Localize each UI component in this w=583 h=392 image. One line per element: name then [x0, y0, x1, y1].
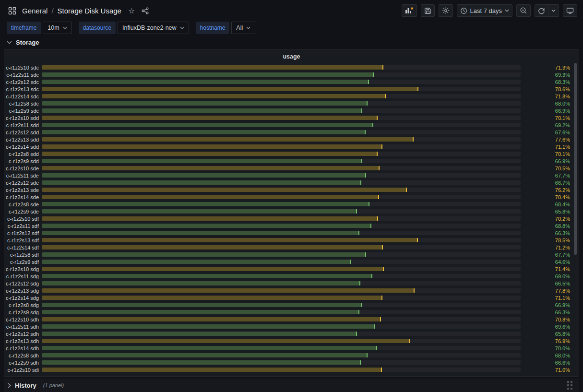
bar-fill[interactable] — [42, 94, 386, 98]
refresh-button[interactable] — [535, 4, 548, 17]
bar-fill[interactable] — [42, 101, 368, 106]
bar-fill[interactable] — [42, 310, 359, 314]
bar-value: 66.3% — [521, 309, 579, 315]
bar-fill[interactable] — [42, 80, 369, 84]
bar-fill[interactable] — [42, 303, 362, 307]
bar-gauge-rows: c-r1z2s10 sdc71.3%c-r1z2s11 sdc69.3%c-r1… — [4, 64, 579, 373]
bar-track — [42, 216, 521, 221]
bar-fill[interactable] — [42, 324, 375, 329]
bar-label: c-r1z2s9 sdd — [4, 158, 42, 164]
bar-fill[interactable] — [42, 173, 366, 178]
bar-value: 70.0% — [521, 345, 579, 351]
bar-value: 77.6% — [521, 137, 579, 143]
row-header-storage[interactable]: Storage — [7, 37, 39, 48]
bar-fill[interactable] — [42, 360, 361, 365]
bar-value: 71.8% — [521, 94, 579, 99]
bar-row: c-r1z2s12 sde66.7% — [4, 179, 579, 186]
bar-fill[interactable] — [42, 166, 380, 170]
bar-fill[interactable] — [42, 274, 372, 278]
bar-fill[interactable] — [42, 180, 361, 185]
bar-label: c-r1z2s11 sdd — [4, 122, 42, 128]
bar-fill[interactable] — [42, 339, 410, 343]
bar-fill[interactable] — [42, 137, 414, 142]
bar-fill[interactable] — [42, 353, 368, 357]
bar-fill[interactable] — [42, 108, 362, 113]
refresh-interval-button[interactable] — [548, 4, 559, 17]
bar-fill[interactable] — [42, 368, 382, 372]
variable-value-dropdown[interactable]: All — [231, 22, 255, 34]
bar-row: c-r1z2s13 sdg77.8% — [4, 287, 579, 294]
bar-track — [42, 224, 521, 228]
dashboard-settings-button[interactable] — [439, 4, 453, 17]
variable-value-dropdown[interactable]: 10m — [43, 22, 71, 34]
star-icon[interactable]: ☆ — [128, 6, 135, 15]
breadcrumb-section[interactable]: General — [22, 7, 48, 15]
usage-panel: usage c-r1z2s10 sdc71.3%c-r1z2s11 sdc69.… — [4, 49, 579, 377]
bar-fill[interactable] — [42, 346, 377, 350]
bar-fill[interactable] — [42, 72, 374, 77]
save-dashboard-button[interactable] — [421, 4, 435, 17]
bar-row: c-r1z2s9 sdd66.9% — [4, 157, 579, 165]
bar-track — [42, 137, 521, 142]
variable-value-dropdown[interactable]: InfluxDB-zone2-new — [118, 22, 189, 34]
bar-fill[interactable] — [42, 159, 362, 163]
bar-value: 69.3% — [521, 72, 579, 78]
bar-fill[interactable] — [42, 238, 418, 242]
bar-fill[interactable] — [42, 260, 351, 264]
row-header-history[interactable]: History (1 panel) — [4, 379, 579, 392]
bar-fill[interactable] — [42, 296, 382, 300]
bar-fill[interactable] — [42, 216, 378, 221]
bar-fill[interactable] — [42, 123, 373, 127]
bar-fill[interactable] — [42, 267, 384, 271]
bar-row: c-r1z2s10 sdd70.1% — [4, 114, 579, 121]
bar-fill[interactable] — [42, 188, 407, 192]
kiosk-mode-button[interactable] — [563, 4, 577, 17]
row-panel-count: (1 panel) — [43, 382, 64, 388]
bar-row: c-r1z2s14 sde70.4% — [4, 193, 579, 201]
bar-label: c-r1z2s9 sde — [4, 209, 42, 214]
bar-fill[interactable] — [42, 332, 357, 336]
row-drag-handle[interactable] — [567, 381, 575, 390]
bar-value: 71.4% — [521, 266, 579, 272]
bar-track — [42, 72, 521, 77]
bar-fill[interactable] — [42, 152, 378, 156]
panel-scrollbar[interactable] — [574, 63, 577, 255]
apps-grid-icon[interactable] — [7, 5, 17, 16]
bar-fill[interactable] — [42, 130, 366, 134]
bar-fill[interactable] — [42, 202, 369, 206]
bar-track — [42, 166, 521, 170]
bar-fill[interactable] — [42, 317, 381, 321]
bar-fill[interactable] — [42, 116, 378, 120]
bar-track — [42, 65, 521, 70]
bar-label: c-r1z2s13 sde — [4, 187, 42, 193]
bar-row: c-r1z2s12 sdg66.5% — [4, 280, 579, 287]
variable-hostname: hostname All — [196, 22, 256, 34]
bar-row: c-r1z2s14 sdh70.0% — [4, 344, 579, 352]
time-range-label: Last 7 days — [470, 7, 502, 14]
time-range-picker[interactable]: Last 7 days — [457, 4, 513, 17]
bar-track — [42, 339, 521, 343]
bar-value: 78.6% — [521, 86, 579, 92]
bar-fill[interactable] — [42, 87, 418, 91]
bar-fill[interactable] — [42, 288, 415, 293]
panel-header[interactable]: usage — [4, 50, 579, 63]
bar-value: 69.2% — [521, 122, 579, 128]
bar-row: c-r1z2s13 sde76.2% — [4, 186, 579, 193]
share-icon[interactable] — [140, 5, 150, 16]
bar-fill[interactable] — [42, 224, 371, 228]
bar-fill[interactable] — [42, 252, 366, 257]
zoom-out-button[interactable] — [516, 4, 531, 17]
bar-fill[interactable] — [42, 281, 360, 285]
bar-fill[interactable] — [42, 65, 383, 70]
bar-fill[interactable] — [42, 245, 383, 249]
bar-label: c-r1z2s13 sdc — [4, 86, 42, 92]
chevron-down-icon — [246, 26, 250, 29]
bar-fill[interactable] — [42, 209, 357, 214]
bar-label: c-r1z2s10 sdc — [4, 65, 42, 71]
bar-row: c-r1z2s14 sdc71.8% — [4, 93, 579, 100]
variable-datasource: datasource InfluxDB-zone2-new — [79, 22, 189, 34]
bar-fill[interactable] — [42, 144, 382, 149]
bar-fill[interactable] — [42, 195, 379, 199]
bar-fill[interactable] — [42, 231, 359, 235]
add-panel-button[interactable] — [402, 4, 417, 17]
